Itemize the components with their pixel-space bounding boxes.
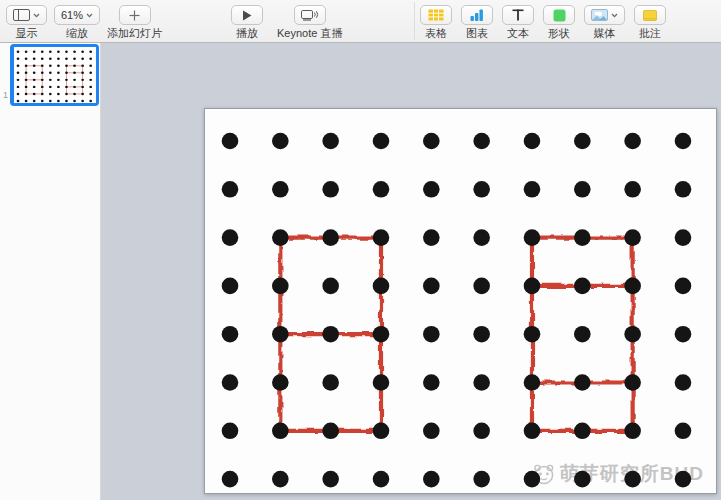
comment-icon bbox=[643, 10, 657, 21]
add-slide-label: 添加幻灯片 bbox=[107, 28, 162, 39]
canvas-area: 萌芽研究所BUD bbox=[101, 43, 721, 500]
view-control: 显示 bbox=[6, 0, 47, 39]
text-label: 文本 bbox=[507, 28, 529, 39]
toolbar: 显示 61% 缩放 添加幻灯片 bbox=[0, 0, 721, 43]
shape-button[interactable] bbox=[543, 5, 575, 25]
play-label: 播放 bbox=[236, 28, 258, 39]
chevron-down-icon bbox=[86, 13, 93, 18]
chart-control: 图表 bbox=[461, 0, 493, 39]
shape-label: 形状 bbox=[548, 28, 570, 39]
zoom-control: 61% 缩放 bbox=[54, 0, 100, 39]
text-button[interactable] bbox=[502, 5, 534, 25]
comment-button[interactable] bbox=[634, 5, 666, 25]
thumbnail-geoboard bbox=[14, 47, 96, 103]
toolbar-group-right: 表格 图表 文本 bbox=[420, 0, 666, 39]
chevron-down-icon bbox=[611, 13, 618, 18]
display-live-icon bbox=[301, 9, 319, 21]
add-slide-button[interactable] bbox=[119, 5, 151, 25]
play-icon bbox=[242, 10, 252, 21]
main-area: 1 萌芽研究所BUD bbox=[0, 43, 721, 500]
zoom-button[interactable]: 61% bbox=[54, 5, 100, 25]
slide-thumbnail-selected[interactable] bbox=[10, 44, 99, 106]
keynote-live-label: Keynote 直播 bbox=[277, 28, 342, 39]
toolbar-separator bbox=[414, 2, 415, 40]
table-button[interactable] bbox=[420, 5, 452, 25]
media-label: 媒体 bbox=[594, 28, 616, 39]
keynote-live-button[interactable] bbox=[294, 5, 326, 25]
text-icon bbox=[512, 9, 524, 21]
play-control: 播放 bbox=[231, 0, 263, 39]
slide-number: 1 bbox=[3, 90, 8, 100]
media-icon bbox=[591, 9, 608, 21]
add-slide-control: 添加幻灯片 bbox=[107, 0, 162, 39]
slide-canvas[interactable]: 萌芽研究所BUD bbox=[204, 108, 717, 494]
media-control: 媒体 bbox=[584, 0, 625, 39]
slide-navigator: 1 bbox=[0, 43, 101, 500]
zoom-label: 缩放 bbox=[66, 28, 88, 39]
text-control: 文本 bbox=[502, 0, 534, 39]
plus-icon bbox=[129, 10, 140, 21]
shape-control: 形状 bbox=[543, 0, 575, 39]
view-label: 显示 bbox=[16, 28, 38, 39]
geoboard bbox=[205, 109, 716, 493]
table-label: 表格 bbox=[425, 28, 447, 39]
zoom-value: 61% bbox=[61, 9, 83, 21]
comment-control: 批注 bbox=[634, 0, 666, 39]
toolbar-group-left: 显示 61% 缩放 添加幻灯片 bbox=[6, 0, 162, 39]
chart-icon bbox=[470, 9, 484, 21]
chart-label: 图表 bbox=[466, 28, 488, 39]
comment-label: 批注 bbox=[639, 28, 661, 39]
table-control: 表格 bbox=[420, 0, 452, 39]
shape-icon bbox=[553, 9, 566, 22]
window-layout-icon bbox=[13, 9, 30, 21]
keynote-live-control: Keynote 直播 bbox=[277, 0, 342, 39]
play-button[interactable] bbox=[231, 5, 263, 25]
slide-thumbnail-preview bbox=[14, 47, 96, 103]
toolbar-group-center: 播放 Keynote 直播 bbox=[231, 0, 342, 39]
media-button[interactable] bbox=[584, 5, 625, 25]
chevron-down-icon bbox=[33, 13, 40, 18]
chart-button[interactable] bbox=[461, 5, 493, 25]
table-icon bbox=[428, 9, 444, 21]
view-button[interactable] bbox=[6, 5, 47, 25]
